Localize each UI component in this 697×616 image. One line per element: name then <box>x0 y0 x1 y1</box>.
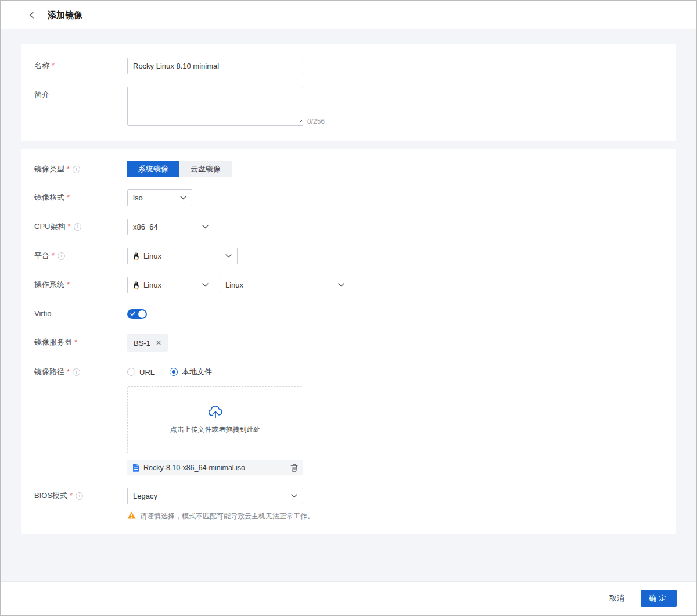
info-icon[interactable] <box>73 368 80 376</box>
image-server-row: 镜像服务器* BS-1 <box>34 334 663 352</box>
top-bar: 添加镜像 <box>1 1 696 29</box>
required-asterisk: * <box>52 58 55 74</box>
image-format-row: 镜像格式* iso <box>34 189 663 206</box>
info-icon[interactable] <box>74 223 81 231</box>
image-path-row: 镜像路径* URL 本地文件 <box>34 364 663 475</box>
os-family-select[interactable]: Linux <box>127 277 214 293</box>
cancel-button[interactable]: 取消 <box>609 593 624 604</box>
os-version-select[interactable]: Linux <box>220 277 350 293</box>
description-label: 简介 <box>34 87 127 103</box>
check-icon <box>130 311 135 316</box>
radio-url[interactable]: URL <box>127 368 155 377</box>
info-icon[interactable] <box>73 166 80 173</box>
toggle-knob <box>138 310 146 318</box>
radio-circle <box>170 368 178 376</box>
tag-close-icon[interactable] <box>156 339 161 347</box>
info-icon[interactable] <box>76 492 83 500</box>
uploaded-file-row: Rocky-8.10-x86_64-minimal.iso <box>127 460 303 475</box>
radio-local-file[interactable]: 本地文件 <box>170 367 212 377</box>
page-title: 添加镜像 <box>48 10 82 21</box>
image-type-label: 镜像类型* <box>34 161 127 177</box>
cloud-upload-icon <box>208 406 223 421</box>
chevron-down-icon <box>180 196 186 200</box>
bios-mode-controls: Legacy 请谨慎选择，模式不匹配可能导致云主机无法正常工作。 <box>127 488 314 521</box>
platform-select[interactable]: Linux <box>127 248 238 264</box>
warning-triangle-icon <box>127 511 136 521</box>
os-label: 操作系统* <box>34 277 127 293</box>
description-textarea[interactable] <box>127 87 303 126</box>
chevron-down-icon <box>338 283 344 287</box>
delete-file-icon[interactable] <box>290 464 298 472</box>
image-type-tabs: 系统镜像 云盘镜像 <box>127 161 232 177</box>
cpu-arch-label: CPU架构* <box>34 219 127 235</box>
platform-row: 平台* Linux <box>34 248 663 264</box>
path-type-radios: URL 本地文件 <box>127 364 303 380</box>
upload-hint: 点击上传文件或者拖拽到此处 <box>170 425 261 435</box>
platform-label: 平台* <box>34 248 127 264</box>
image-type-row: 镜像类型* 系统镜像 云盘镜像 <box>34 161 663 177</box>
back-button[interactable] <box>28 11 35 19</box>
name-input[interactable] <box>127 58 303 74</box>
basic-info-card: 名称* 简介 0/256 <box>21 44 676 141</box>
virtio-row: Virtio <box>34 306 663 322</box>
chevron-left-icon <box>28 11 35 19</box>
bios-warning-text: 请谨慎选择，模式不匹配可能导致云主机无法正常工作。 <box>140 511 314 521</box>
bios-mode-select[interactable]: Legacy <box>127 488 303 504</box>
info-icon[interactable] <box>58 252 65 260</box>
name-label: 名称* <box>34 58 127 74</box>
server-tag: BS-1 <box>127 334 168 352</box>
virtio-label: Virtio <box>34 306 127 322</box>
image-detail-card: 镜像类型* 系统镜像 云盘镜像 镜像格式* iso CPU架构* x86_64 <box>21 149 676 534</box>
linux-penguin-icon <box>133 281 139 289</box>
bios-mode-label: BIOS模式* <box>34 488 127 504</box>
cpu-arch-select[interactable]: x86_64 <box>127 219 214 235</box>
file-icon <box>132 464 139 472</box>
bios-mode-row: BIOS模式* Legacy 请谨慎选择，模式不匹配可能导致云主机无法正常工 <box>34 488 663 521</box>
bios-warning: 请谨慎选择，模式不匹配可能导致云主机无法正常工作。 <box>127 511 314 521</box>
image-format-select[interactable]: iso <box>127 189 192 206</box>
cpu-arch-row: CPU架构* x86_64 <box>34 219 663 235</box>
char-counter: 0/256 <box>307 117 325 126</box>
name-row: 名称* <box>34 58 663 74</box>
footer-bar: 取消 确定 <box>1 581 696 615</box>
image-path-label: 镜像路径* <box>34 364 127 380</box>
image-path-controls: URL 本地文件 点击上传文件或者拖拽到此处 <box>127 364 303 475</box>
chevron-down-icon <box>202 225 209 229</box>
os-row: 操作系统* Linux Linux <box>34 277 663 293</box>
linux-penguin-icon <box>133 252 139 260</box>
chevron-down-icon <box>291 494 297 498</box>
chevron-down-icon <box>202 283 209 287</box>
chevron-down-icon <box>225 254 232 258</box>
tab-system-image[interactable]: 系统镜像 <box>127 161 179 177</box>
radio-circle <box>127 368 135 376</box>
confirm-button[interactable]: 确定 <box>641 590 677 607</box>
file-name: Rocky-8.10-x86_64-minimal.iso <box>143 464 290 472</box>
image-format-label: 镜像格式* <box>34 189 127 206</box>
description-row: 简介 0/256 <box>34 87 663 126</box>
upload-dropzone[interactable]: 点击上传文件或者拖拽到此处 <box>127 386 303 453</box>
image-server-label: 镜像服务器* <box>34 334 127 350</box>
tab-volume-image[interactable]: 云盘镜像 <box>179 161 232 177</box>
virtio-toggle[interactable] <box>127 309 147 319</box>
